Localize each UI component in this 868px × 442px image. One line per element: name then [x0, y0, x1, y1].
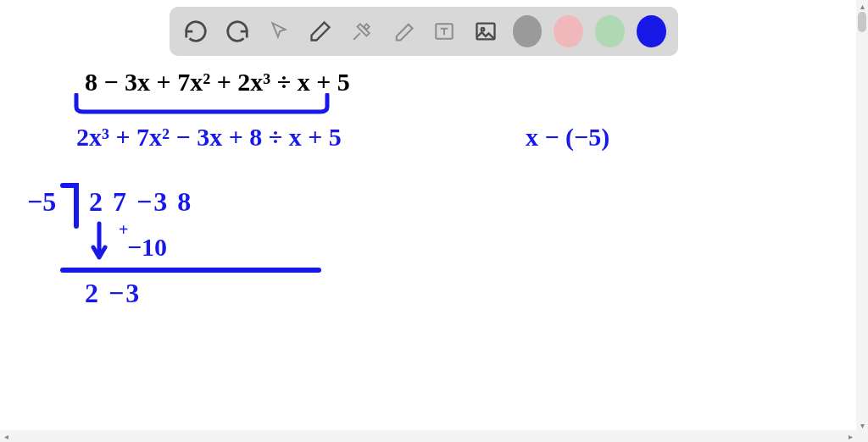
- color-blue-swatch[interactable]: [637, 15, 666, 47]
- synthetic-row-1: 2 7 −3 8: [89, 186, 192, 218]
- scroll-left-arrow[interactable]: ◂: [1, 431, 11, 441]
- pointer-button[interactable]: [264, 15, 294, 47]
- drawing-toolbar: [170, 7, 678, 56]
- synthetic-bracket: [59, 182, 81, 231]
- synthetic-division-line: [59, 266, 322, 274]
- color-pink-swatch[interactable]: [554, 15, 583, 47]
- expression-line-2: 2x³ + 7x² − 3x + 8 ÷ x + 5: [76, 123, 342, 152]
- divisor-rewrite: x − (−5): [526, 123, 609, 152]
- undo-button[interactable]: [181, 15, 211, 47]
- synthetic-divisor: −5: [27, 186, 56, 218]
- synthetic-result-row: 2 −3: [85, 278, 141, 309]
- vertical-scrollbar-thumb[interactable]: [858, 12, 866, 32]
- pencil-button[interactable]: [306, 15, 336, 47]
- eraser-button[interactable]: [388, 15, 418, 47]
- redo-button[interactable]: [223, 15, 253, 47]
- down-arrow-icon: [90, 220, 108, 264]
- scroll-right-arrow[interactable]: ▸: [845, 431, 855, 441]
- expression-line-1: 8 − 3x + 7x² + 2x³ ÷ x + 5: [85, 68, 350, 97]
- scroll-up-arrow[interactable]: ▴: [857, 1, 867, 11]
- vertical-scrollbar[interactable]: ▴ ▾: [856, 0, 868, 442]
- horizontal-scrollbar[interactable]: ◂ ▸: [0, 430, 856, 442]
- scroll-down-arrow[interactable]: ▾: [857, 420, 867, 430]
- grouping-bracket: [70, 93, 332, 119]
- color-green-swatch[interactable]: [595, 15, 625, 47]
- synthetic-row-2: −10: [127, 233, 167, 262]
- drawing-canvas[interactable]: 8 − 3x + 7x² + 2x³ ÷ x + 5 2x³ + 7x² − 3…: [0, 59, 868, 432]
- text-button[interactable]: [430, 15, 459, 47]
- image-button[interactable]: [471, 15, 501, 47]
- color-gray-swatch[interactable]: [513, 15, 542, 47]
- svg-point-2: [481, 28, 485, 31]
- tools-button[interactable]: [347, 15, 376, 47]
